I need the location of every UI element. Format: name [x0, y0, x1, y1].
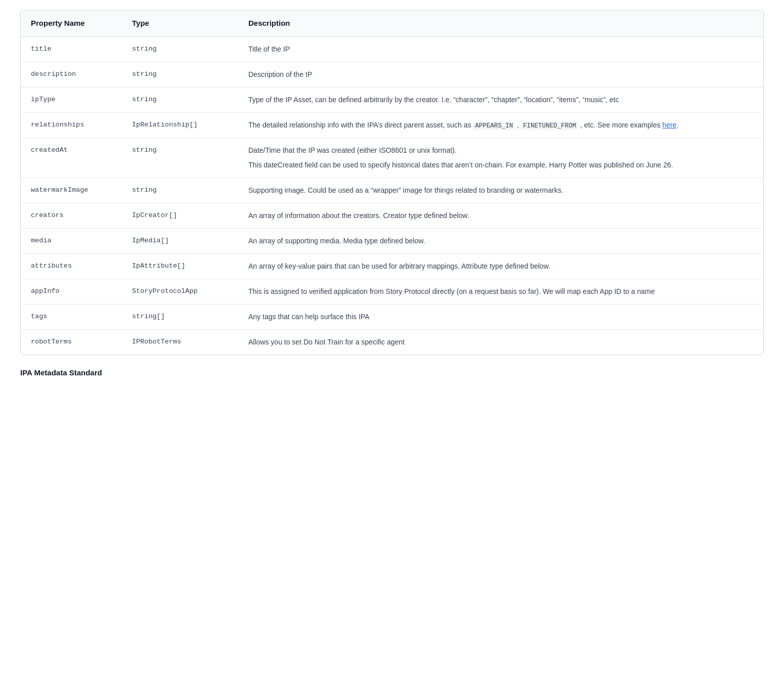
table-row: mediaIpMedia[]An array of supporting med…	[21, 229, 763, 254]
table-row: tagsstring[]Any tags that can help surfa…	[21, 305, 763, 330]
cell-property-name: creators	[21, 203, 122, 229]
description-paragraph: Title of the IP	[248, 44, 753, 55]
cell-property-name: createdAt	[21, 138, 122, 178]
description-paragraph: Type of the IP Asset, can be defined arb…	[248, 95, 753, 105]
cell-type: IpRelationship[]	[122, 112, 238, 138]
cell-description: An array of information about the creato…	[238, 203, 763, 229]
cell-description: Title of the IP	[238, 36, 763, 62]
table-row: relationshipsIpRelationship[]The detaile…	[21, 112, 763, 138]
cell-description: Date/Time that the IP was created (eithe…	[238, 138, 763, 178]
inline-code: APPEARS_IN	[473, 122, 515, 130]
description-paragraph: Allows you to set Do Not Train for a spe…	[248, 337, 753, 348]
table-row: appInfoStoryProtocolAppThis is assigned …	[21, 279, 763, 305]
cell-description: Supporting image. Could be used as a “wr…	[238, 178, 763, 203]
table-row: createdAtstringDate/Time that the IP was…	[21, 138, 763, 178]
description-paragraph: Any tags that can help surface this IPA	[248, 312, 753, 322]
cell-property-name: ipType	[21, 87, 122, 112]
table-row: attributesIpAttribute[]An array of key-v…	[21, 254, 763, 279]
col-header-property-name: Property Name	[21, 11, 122, 36]
cell-property-name: tags	[21, 305, 122, 330]
description-paragraph: This is assigned to verified application…	[248, 286, 753, 297]
cell-type: IpMedia[]	[122, 229, 238, 254]
cell-property-name: title	[21, 36, 122, 62]
cell-description: The detailed relationship info with the …	[238, 112, 763, 138]
cell-type: IpAttribute[]	[122, 254, 238, 279]
table-row: descriptionstringDescription of the IP	[21, 62, 763, 87]
description-paragraph: Date/Time that the IP was created (eithe…	[248, 145, 753, 156]
cell-property-name: description	[21, 62, 122, 87]
col-header-type: Type	[122, 11, 238, 36]
cell-type: IPRobotTerms	[122, 330, 238, 355]
cell-description: An array of supporting media. Media type…	[238, 229, 763, 254]
description-paragraph: The detailed relationship info with the …	[248, 120, 753, 131]
table-header-row: Property Name Type Description	[21, 11, 763, 36]
description-paragraph: An array of supporting media. Media type…	[248, 236, 753, 246]
cell-description: This is assigned to verified application…	[238, 279, 763, 305]
cell-description: Description of the IP	[238, 62, 763, 87]
cell-description: Any tags that can help surface this IPA	[238, 305, 763, 330]
cell-description: Type of the IP Asset, can be defined arb…	[238, 87, 763, 112]
cell-property-name: attributes	[21, 254, 122, 279]
cell-type: string	[122, 138, 238, 178]
table-row: titlestringTitle of the IP	[21, 36, 763, 62]
cell-type: string	[122, 178, 238, 203]
cell-description: Allows you to set Do Not Train for a spe…	[238, 330, 763, 355]
cell-type: string	[122, 87, 238, 112]
cell-property-name: appInfo	[21, 279, 122, 305]
property-table: Property Name Type Description titlestri…	[20, 10, 764, 355]
col-header-description: Description	[238, 11, 763, 36]
cell-type: IpCreator[]	[122, 203, 238, 229]
cell-description: An array of key-value pairs that can be …	[238, 254, 763, 279]
cell-property-name: robotTerms	[21, 330, 122, 355]
cell-type: string	[122, 62, 238, 87]
description-paragraph: An array of key-value pairs that can be …	[248, 261, 753, 272]
cell-property-name: relationships	[21, 112, 122, 138]
cell-type: string[]	[122, 305, 238, 330]
inline-code: FINETUNED_FROM	[521, 122, 578, 130]
table-row: watermarkImagestringSupporting image. Co…	[21, 178, 763, 203]
table-row: ipTypestringType of the IP Asset, can be…	[21, 87, 763, 112]
doc-link[interactable]: here	[663, 121, 677, 129]
description-paragraph: Description of the IP	[248, 69, 753, 80]
description-paragraph: Supporting image. Could be used as a “wr…	[248, 185, 753, 196]
description-paragraph: This dateCreated field can be used to sp…	[248, 160, 753, 170]
table-row: robotTermsIPRobotTermsAllows you to set …	[21, 330, 763, 355]
table-row: creatorsIpCreator[]An array of informati…	[21, 203, 763, 229]
cell-property-name: media	[21, 229, 122, 254]
footer-heading: IPA Metadata Standard	[20, 367, 764, 379]
cell-type: StoryProtocolApp	[122, 279, 238, 305]
description-paragraph: An array of information about the creato…	[248, 210, 753, 221]
cell-property-name: watermarkImage	[21, 178, 122, 203]
cell-type: string	[122, 36, 238, 62]
